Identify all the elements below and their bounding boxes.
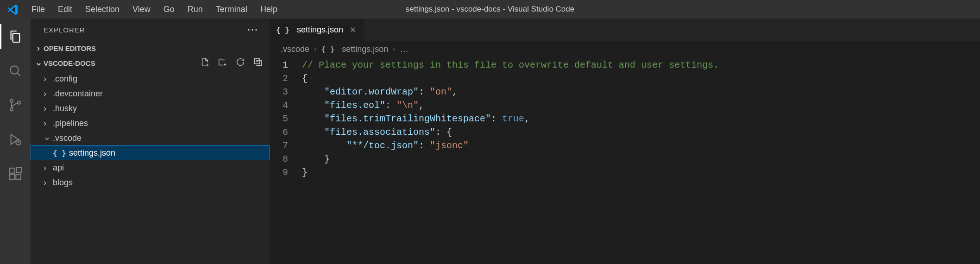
vscode-logo-icon [7,4,19,15]
editor-area: { } settings.json .vscode › { } settings… [270,19,980,264]
menu-edit[interactable]: Edit [51,2,79,17]
menu-selection[interactable]: Selection [79,2,126,17]
code-editor[interactable]: 1 2 3 4 5 6 7 8 9 // Place your settings… [270,57,980,264]
activity-source-control[interactable] [0,93,31,118]
svg-point-2 [10,108,13,111]
activity-run-debug[interactable] [0,127,31,152]
svg-point-1 [10,100,13,102]
svg-rect-6 [10,174,15,179]
new-file-icon[interactable] [200,57,210,69]
breadcrumb[interactable]: .vscode › { } settings.json › … [270,41,980,57]
workspace-label: VSCODE-DOCS [44,59,95,67]
activity-search[interactable] [0,58,31,83]
titlebar: File Edit Selection View Go Run Terminal… [0,0,980,19]
tree-folder-devcontainer[interactable]: ›.devcontainer [31,86,270,101]
json-file-icon: { } [53,149,66,157]
chevron-right-icon: › [44,119,53,128]
tree-file-settings[interactable]: { }settings.json [31,145,270,160]
menu-file[interactable]: File [25,2,51,17]
menu-terminal[interactable]: Terminal [209,2,254,17]
window-title: settings.json - vscode-docs - Visual Stu… [406,5,574,14]
new-folder-icon[interactable] [218,57,228,69]
chevron-right-icon: › [44,104,53,113]
code-content[interactable]: // Place your settings in this file to o… [302,58,980,264]
svg-point-0 [10,66,18,74]
breadcrumb-file[interactable]: settings.json [342,44,388,54]
chevron-down-icon: ⌄ [33,57,44,68]
breadcrumb-folder[interactable]: .vscode [281,44,309,54]
tab-settings[interactable]: { } settings.json [270,19,365,41]
chevron-right-icon: › [44,178,53,188]
tree-label: blogs [53,178,73,188]
svg-rect-7 [16,174,21,179]
breadcrumb-more[interactable]: … [400,44,408,54]
chevron-right-icon: › [44,74,53,84]
svg-point-3 [18,101,20,104]
tree-folder-config[interactable]: ›.config [31,71,270,86]
tree-folder-api[interactable]: ›api [31,160,270,175]
json-file-icon: { } [321,45,334,54]
activity-extensions[interactable] [0,161,31,186]
workspace-section[interactable]: ⌄ VSCODE-DOCS [31,56,95,70]
chevron-right-icon: › [33,44,44,53]
chevron-right-icon: › [393,45,395,53]
menu-go[interactable]: Go [157,2,181,17]
tree-label: .pipelines [53,119,88,128]
menu-help[interactable]: Help [254,2,284,17]
tree-label: settings.json [69,148,115,158]
tree-label: .config [53,74,77,84]
chevron-right-icon: › [44,89,53,99]
tree-label: .devcontainer [53,89,103,99]
tree-folder-vscode[interactable]: ⌄.vscode [31,131,270,145]
tab-bar: { } settings.json [270,19,980,41]
svg-rect-8 [17,168,22,173]
open-editors-section[interactable]: › OPEN EDITORS [31,41,270,56]
menu-view[interactable]: View [126,2,157,17]
explorer-more-icon[interactable]: ⋯ [247,23,261,36]
tree-label: api [53,163,64,173]
main-menu: File Edit Selection View Go Run Terminal… [25,2,284,17]
explorer-sidebar: EXPLORER ⋯ › OPEN EDITORS ⌄ VSCODE-DOCS … [31,19,270,264]
activity-explorer[interactable] [0,24,31,49]
chevron-right-icon: › [44,163,53,173]
activity-bar [0,19,31,264]
chevron-right-icon: › [314,45,316,53]
collapse-all-icon[interactable] [253,57,263,69]
close-icon[interactable] [348,25,358,35]
refresh-icon[interactable] [235,57,245,69]
explorer-title: EXPLORER [44,26,85,34]
tree-folder-pipelines[interactable]: ›.pipelines [31,116,270,131]
tree-label: .vscode [53,133,82,143]
file-tree: ›.config ›.devcontainer ›.husky ›.pipeli… [31,70,270,190]
tree-folder-husky[interactable]: ›.husky [31,101,270,116]
svg-rect-5 [10,168,15,173]
tree-label: .husky [53,104,77,113]
line-numbers: 1 2 3 4 5 6 7 8 9 [270,58,302,264]
json-file-icon: { } [276,25,289,34]
chevron-down-icon: ⌄ [44,132,53,142]
menu-run[interactable]: Run [181,2,209,17]
tree-folder-blogs[interactable]: ›blogs [31,175,270,190]
tab-label: settings.json [297,25,343,35]
open-editors-label: OPEN EDITORS [44,44,96,52]
